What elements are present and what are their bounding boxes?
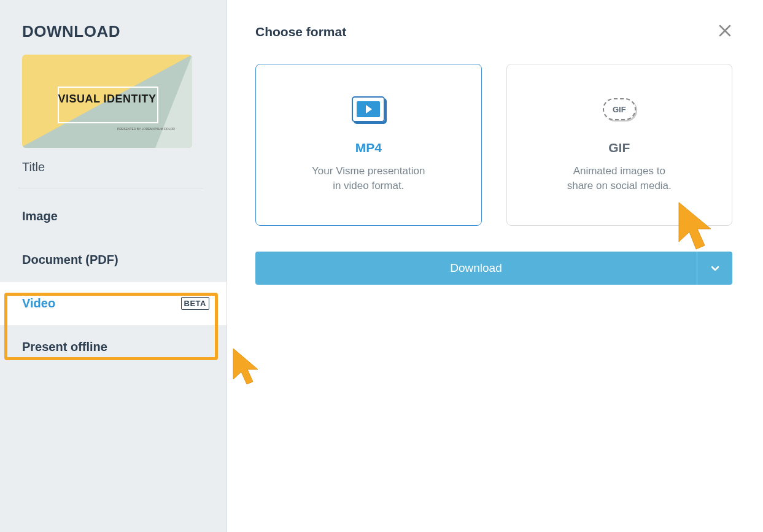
download-button[interactable]: Download xyxy=(255,252,697,285)
close-icon xyxy=(718,23,732,38)
download-bar: Download xyxy=(255,252,732,285)
thumbnail-title-text: VISUAL IDENTITY xyxy=(22,93,192,106)
sidebar-title: DOWNLOAD xyxy=(22,22,209,41)
nav-item-label: Document (PDF) xyxy=(22,253,118,267)
video-play-icon xyxy=(352,96,385,122)
nav-item-label: Present offline xyxy=(22,340,107,354)
project-thumbnail: VISUAL IDENTITY PRESENTED BY LOREM IPSUM… xyxy=(22,55,192,148)
thumbnail-label: Title xyxy=(22,160,209,174)
main-heading: Choose format xyxy=(255,25,732,39)
card-description: Your Visme presentation in video format. xyxy=(312,164,425,193)
divider xyxy=(18,188,203,188)
nav-item-label: Video xyxy=(22,296,55,310)
card-title: MP4 xyxy=(355,141,382,155)
nav-item-image[interactable]: Image xyxy=(0,195,227,238)
main-panel: Choose format MP4 Your Visme presentatio… xyxy=(227,0,763,532)
close-button[interactable] xyxy=(718,23,732,40)
sidebar: DOWNLOAD VISUAL IDENTITY PRESENTED BY LO… xyxy=(0,0,227,532)
format-card-mp4[interactable]: MP4 Your Visme presentation in video for… xyxy=(255,64,482,226)
gif-icon: GIF xyxy=(603,96,636,122)
nav-item-label: Image xyxy=(22,209,58,223)
chevron-down-icon xyxy=(710,263,721,274)
download-dropdown-button[interactable] xyxy=(697,252,732,285)
nav-item-document-pdf[interactable]: Document (PDF) xyxy=(0,238,227,282)
card-description: Animated images to share on social media… xyxy=(567,164,672,193)
format-cards: MP4 Your Visme presentation in video for… xyxy=(255,64,732,226)
nav-item-video[interactable]: Video BETA xyxy=(0,282,227,325)
format-nav-list: Image Document (PDF) Video BETA Present … xyxy=(0,195,227,369)
thumbnail-subtext: PRESENTED BY LOREM IPSUM DOLOR xyxy=(117,127,175,131)
card-title: GIF xyxy=(608,141,630,155)
format-card-gif[interactable]: GIF GIF Animated images to share on soci… xyxy=(506,64,733,226)
beta-badge: BETA xyxy=(181,297,209,310)
nav-item-present-offline[interactable]: Present offline xyxy=(0,325,227,369)
